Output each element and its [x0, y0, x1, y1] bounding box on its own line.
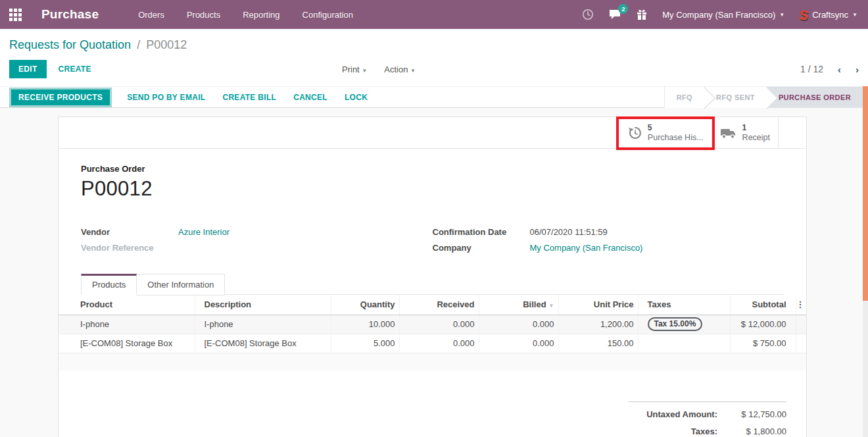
breadcrumb-parent[interactable]: Requests for Quotation [9, 38, 131, 51]
col-header-description[interactable]: Description [195, 295, 331, 315]
chevron-down-icon: ▼ [852, 12, 857, 18]
untaxed-amount-value: $ 12,750.00 [717, 409, 786, 419]
col-header-received[interactable]: Received [399, 295, 479, 315]
breadcrumb: Requests for Quotation / P00012 [9, 37, 859, 53]
app-title[interactable]: Purchase [41, 7, 99, 22]
company-name: My Company (San Francisco) [662, 10, 775, 20]
user-name: Craftsync [812, 10, 848, 20]
cell-unit-price[interactable]: 1,200.00 [558, 315, 638, 334]
cell-billed[interactable]: 0.000 [479, 334, 558, 353]
table-empty-row [59, 353, 806, 371]
field-group: Vendor Azure Interior Vendor Reference C… [81, 224, 784, 255]
company-field-value[interactable]: My Company (San Francisco) [530, 243, 643, 253]
user-menu[interactable]: S Craftsync ▼ [799, 8, 857, 22]
order-lines-table: Product Description Quantity Received Bi… [59, 295, 806, 371]
tab-other-information[interactable]: Other Information [137, 274, 225, 296]
create-bill-button[interactable]: CREATE BILL [222, 93, 276, 102]
apps-grid-icon[interactable] [9, 9, 22, 21]
cancel-button[interactable]: CANCEL [293, 93, 327, 102]
purchase-history-count: 5 [648, 123, 704, 133]
cell-description[interactable]: I-phone [195, 315, 331, 334]
cell-unit-price[interactable]: 150.00 [558, 334, 638, 353]
main-menu: Orders Products Reporting Configuration [138, 10, 353, 20]
col-header-quantity[interactable]: Quantity [331, 295, 399, 315]
untaxed-amount-label: Untaxed Amount: [629, 409, 717, 419]
gift-icon[interactable] [636, 9, 648, 20]
truck-icon [720, 126, 737, 140]
col-header-subtotal[interactable]: Subtotal [730, 295, 796, 315]
send-po-by-email-button[interactable]: SEND PO BY EMAIL [127, 93, 205, 102]
chevron-down-icon: ▼ [779, 12, 784, 18]
cell-subtotal: $ 750.00 [730, 334, 796, 353]
col-header-taxes[interactable]: Taxes [638, 295, 730, 315]
pager-next-icon[interactable]: › [856, 64, 859, 75]
menu-orders[interactable]: Orders [138, 10, 164, 20]
messages-count-badge: 2 [618, 4, 628, 14]
cell-quantity[interactable]: 5.000 [331, 334, 399, 353]
tax-badge: Tax 15.00% [648, 317, 703, 331]
receipt-smart-button[interactable]: 1 Receipt [711, 117, 779, 148]
menu-configuration[interactable]: Configuration [302, 10, 353, 20]
status-pipeline: RFQ RFQ SENT PURCHASE ORDER [664, 87, 868, 108]
cell-product[interactable]: I-phone [59, 315, 195, 334]
confirmation-date-field-label: Confirmation Date [433, 227, 530, 237]
purchase-history-label: Purchase His... [648, 133, 704, 143]
col-header-product[interactable]: Product [59, 295, 195, 315]
cell-billed[interactable]: 0.000 [479, 315, 558, 334]
sort-down-icon: ▼ [549, 303, 554, 309]
breadcrumb-separator: / [137, 38, 140, 51]
vendor-field-value[interactable]: Azure Interior [178, 227, 229, 237]
cell-taxes[interactable]: Tax 15.00% [638, 315, 730, 334]
form-view: 5 Purchase His... 1 Receipt Purchase Ord… [0, 108, 868, 428]
state-purchase-order[interactable]: PURCHASE ORDER [767, 87, 868, 108]
activities-clock-icon[interactable] [582, 9, 594, 20]
cell-subtotal: $ 12,000.00 [730, 315, 796, 334]
create-button[interactable]: CREATE [59, 64, 91, 74]
table-row[interactable]: [E-COM08] Storage Box [E-COM08] Storage … [59, 334, 806, 353]
lock-button[interactable]: LOCK [345, 93, 368, 102]
edit-button[interactable]: EDIT [9, 60, 47, 78]
cell-quantity[interactable]: 10.000 [331, 315, 399, 334]
receive-products-button[interactable]: RECEIVE PRODUCTS [11, 90, 110, 105]
vendor-field-label: Vendor [81, 227, 178, 237]
menu-reporting[interactable]: Reporting [243, 10, 279, 20]
print-dropdown[interactable]: Print ▼ [342, 64, 367, 74]
form-sheet: 5 Purchase His... 1 Receipt Purchase Ord… [58, 116, 807, 437]
state-rfq[interactable]: RFQ [664, 87, 704, 108]
tab-products[interactable]: Products [81, 274, 137, 296]
statusbar: RECEIVE PRODUCTS SEND PO BY EMAIL CREATE… [0, 86, 868, 108]
avatar: S [799, 8, 808, 22]
col-header-unit-price[interactable]: Unit Price [558, 295, 638, 315]
taxes-total-value: $ 1,800.00 [717, 426, 786, 436]
table-header-row: Product Description Quantity Received Bi… [59, 295, 806, 315]
breadcrumb-current: P00012 [146, 38, 187, 51]
purchase-history-smart-button[interactable]: 5 Purchase His... [618, 117, 711, 148]
menu-products[interactable]: Products [187, 10, 220, 20]
control-panel: Requests for Quotation / P00012 EDIT CRE… [0, 29, 868, 86]
history-icon [627, 125, 642, 141]
table-row[interactable]: I-phone I-phone 10.000 0.000 0.000 1,200… [59, 315, 806, 334]
pager-previous-icon[interactable]: ‹ [838, 64, 841, 75]
notebook-tabs: Products Other Information [81, 273, 784, 295]
top-navbar: Purchase Orders Products Reporting Confi… [0, 0, 868, 29]
company-switcher[interactable]: My Company (San Francisco) ▼ [662, 10, 784, 20]
cell-description[interactable]: [E-COM08] Storage Box [195, 334, 331, 353]
page-title: P00012 [81, 177, 784, 201]
messages-chat-icon[interactable]: 2 [608, 9, 621, 20]
cell-taxes[interactable] [638, 334, 730, 353]
vendor-reference-field-label: Vendor Reference [81, 243, 178, 253]
smart-button-box: 5 Purchase His... 1 Receipt [59, 117, 806, 149]
pager-counter: 1 / 12 [800, 64, 823, 74]
company-field-label: Company [433, 243, 530, 253]
cell-product[interactable]: [E-COM08] Storage Box [59, 334, 195, 353]
scrollbar-track[interactable] [863, 86, 868, 437]
taxes-total-label: Taxes: [629, 426, 717, 436]
optional-columns-icon[interactable]: ⋮ [796, 295, 806, 315]
confirmation-date-field-value: 06/07/2020 11:51:59 [530, 227, 608, 237]
scrollbar-thumb[interactable] [863, 86, 868, 301]
cell-received[interactable]: 0.000 [399, 315, 479, 334]
col-header-billed[interactable]: Billed▼ [479, 295, 558, 315]
cell-received[interactable]: 0.000 [399, 334, 479, 353]
action-dropdown[interactable]: Action ▼ [384, 64, 416, 74]
receipt-count: 1 [742, 123, 770, 133]
